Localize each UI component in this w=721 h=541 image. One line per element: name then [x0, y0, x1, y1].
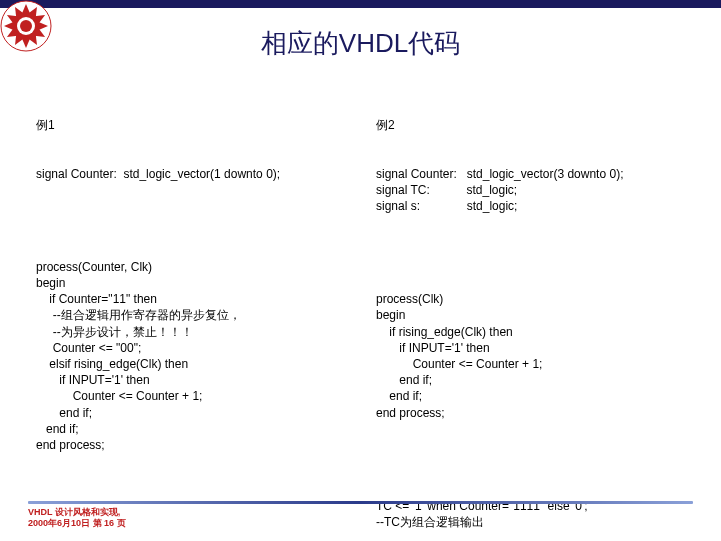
- example-2-header: 例2: [376, 117, 697, 133]
- example-1-code: process(Counter, Clk) begin if Counter="…: [36, 259, 376, 453]
- example-1: 例1 signal Counter: std_logic_vector(1 do…: [36, 85, 376, 541]
- footer-text-1: VHDL 设计风格和实现,: [28, 507, 693, 518]
- svg-point-2: [20, 20, 32, 32]
- example-2-code-1: process(Clk) begin if rising_edge(Clk) t…: [376, 291, 697, 421]
- top-bar: [0, 0, 721, 8]
- content-area: 例1 signal Counter: std_logic_vector(1 do…: [0, 85, 721, 541]
- example-1-signal: signal Counter: std_logic_vector(1 downt…: [36, 166, 376, 182]
- footer: VHDL 设计风格和实现, 2000年6月10日 第 16 页: [28, 501, 693, 529]
- example-1-header: 例1: [36, 117, 376, 133]
- footer-text-2: 2000年6月10日 第 16 页: [28, 518, 693, 529]
- logo-icon: [0, 0, 52, 52]
- example-2-signal: signal Counter: std_logic_vector(3 downt…: [376, 166, 697, 215]
- footer-divider: [28, 501, 693, 504]
- example-2: 例2 signal Counter: std_logic_vector(3 do…: [376, 85, 697, 541]
- slide-title: 相应的VHDL代码: [0, 26, 721, 61]
